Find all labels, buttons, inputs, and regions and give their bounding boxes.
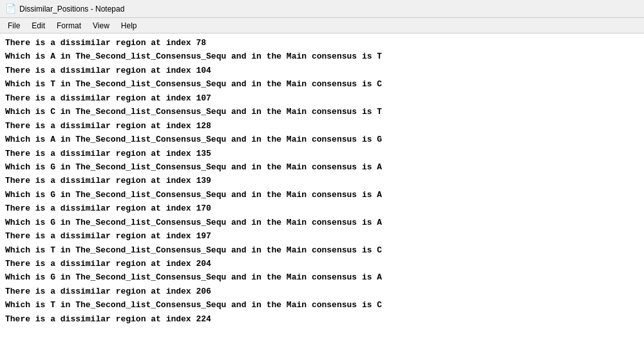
text-line-3: Which is T in The_Second_list_Consensus_… <box>5 77 639 91</box>
text-line-2: There is a dissimilar region at index 10… <box>5 64 639 77</box>
menu-bar: FileEditFormatViewHelp <box>0 18 644 33</box>
menu-item-edit[interactable]: Edit <box>26 20 50 32</box>
window-title: Dissimilar_Positions - Notepad <box>19 5 124 14</box>
text-line-16: There is a dissimilar region at index 20… <box>5 257 639 270</box>
text-line-18: There is a dissimilar region at index 20… <box>5 285 639 298</box>
text-line-6: There is a dissimilar region at index 12… <box>5 119 639 133</box>
menu-item-format[interactable]: Format <box>52 20 86 32</box>
content-area: There is a dissimilar region at index 78… <box>0 33 644 360</box>
text-line-19: Which is T in The_Second_list_Consensus_… <box>5 298 639 312</box>
text-line-8: There is a dissimilar region at index 13… <box>5 147 639 160</box>
text-line-7: Which is A in The_Second_list_Consensus_… <box>5 133 639 146</box>
text-line-13: Which is G in The_Second_list_Consensus_… <box>5 216 639 229</box>
text-line-14: There is a dissimilar region at index 19… <box>5 229 639 243</box>
text-line-9: Which is G in The_Second_list_Consensus_… <box>5 160 639 174</box>
text-line-20: There is a dissimilar region at index 22… <box>5 312 639 326</box>
text-line-12: There is a dissimilar region at index 17… <box>5 202 639 215</box>
app-icon: 📄 <box>5 4 15 14</box>
menu-item-view[interactable]: View <box>88 20 115 32</box>
text-line-4: There is a dissimilar region at index 10… <box>5 91 639 105</box>
text-line-15: Which is T in The_Second_list_Consensus_… <box>5 243 639 257</box>
text-line-5: Which is C in The_Second_list_Consensus_… <box>5 105 639 118</box>
text-line-1: Which is A in The_Second_list_Consensus_… <box>5 50 639 63</box>
text-line-10: There is a dissimilar region at index 13… <box>5 174 639 187</box>
menu-item-help[interactable]: Help <box>116 20 142 32</box>
text-line-17: Which is G in The_Second_list_Consensus_… <box>5 270 639 284</box>
text-line-11: Which is G in The_Second_list_Consensus_… <box>5 188 639 202</box>
text-line-0: There is a dissimilar region at index 78 <box>5 36 639 50</box>
menu-item-file[interactable]: File <box>3 20 25 32</box>
title-bar: 📄 Dissimilar_Positions - Notepad <box>0 0 644 18</box>
